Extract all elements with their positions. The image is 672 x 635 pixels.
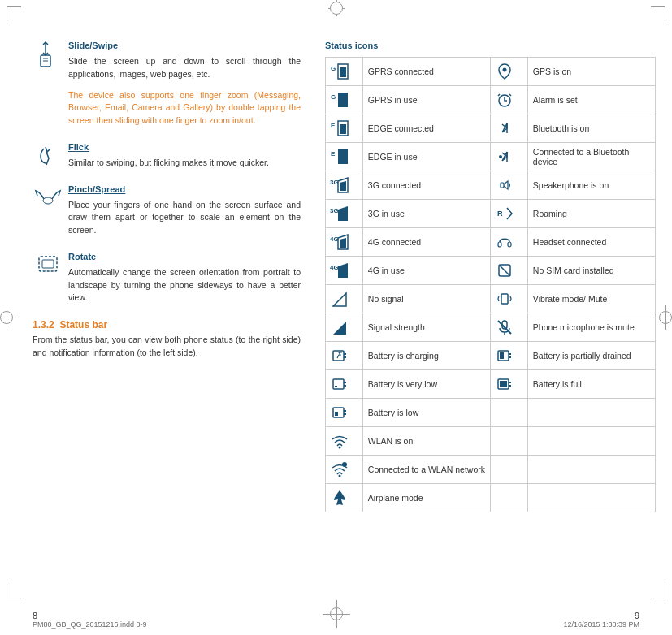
- alarm-set-label: Alarm is set: [527, 86, 655, 114]
- table-row: WLAN is on: [326, 427, 656, 456]
- table-row: Battery is low: [326, 399, 656, 427]
- icon-cell: [490, 228, 527, 257]
- svg-marker-21: [340, 181, 346, 191]
- svg-text:E: E: [331, 150, 336, 158]
- statusbar-section: 1.3.2 Status bar From the status bar, yo…: [33, 319, 301, 360]
- icon-cell: E: [326, 114, 363, 143]
- statusbar-heading: 1.3.2 Status bar: [33, 319, 301, 330]
- no-signal-icon: [328, 287, 351, 310]
- icon-cell: [326, 285, 363, 313]
- edge-in-use-label: EDGE in use: [362, 143, 490, 171]
- table-row: G GPRS connected: [326, 58, 656, 86]
- edge-connected-icon: E: [328, 117, 351, 140]
- svg-rect-5: [42, 260, 54, 268]
- icon-cell: [490, 86, 527, 114]
- icon-cell: E: [326, 143, 363, 171]
- svg-marker-35: [333, 293, 346, 306]
- 4g-connected-label: 4G connected: [362, 228, 490, 257]
- svg-point-9: [502, 68, 506, 72]
- empty-label: [527, 427, 655, 456]
- icon-cell: [326, 399, 363, 427]
- signal-strength-icon: [328, 316, 351, 339]
- battery-charging-icon: [328, 344, 351, 367]
- svg-rect-56: [333, 408, 344, 417]
- table-row: G GPRS in use: [326, 86, 656, 114]
- svg-point-61: [339, 475, 341, 477]
- battery-very-low-label: Battery is very low: [362, 370, 490, 399]
- status-icons-table: G GPRS connected: [325, 57, 656, 512]
- svg-text:G: G: [331, 65, 336, 72]
- slide-swipe-icon: [33, 41, 65, 71]
- battery-full-icon: [493, 373, 516, 395]
- corner-mark-tl: [7, 6, 21, 21]
- pinch-icon: [33, 184, 65, 212]
- icon-cell: 4G: [326, 228, 363, 257]
- rotate-title: Rotate: [68, 252, 301, 261]
- gprs-connected-label: GPRS connected: [362, 58, 490, 86]
- icon-cell: [490, 257, 527, 285]
- headset-connected-icon: [493, 231, 516, 253]
- corner-mark-br: [651, 584, 665, 598]
- table-row: 3G 3G connected: [326, 171, 656, 200]
- pinch-content: Pinch/Spread Place your fingers of one h…: [68, 184, 301, 245]
- pinch-section: Pinch/Spread Place your fingers of one h…: [33, 184, 301, 245]
- svg-marker-17: [338, 149, 348, 164]
- 3g-in-use-label: 3G in use: [362, 200, 490, 228]
- 3g-in-use-icon: 3G: [328, 202, 351, 225]
- bluetooth-connected-icon: [493, 145, 516, 168]
- left-column: Slide/Swipe Slide the screen up and down…: [0, 16, 317, 603]
- statusbar-text: From the status bar, you can view both p…: [33, 334, 301, 360]
- table-row: E EDGE in use: [326, 143, 656, 171]
- left-cross-mark: [0, 311, 13, 324]
- slide-swipe-section: Slide/Swipe Slide the screen up and down…: [33, 41, 301, 136]
- 3g-connected-icon: 3G: [328, 174, 351, 197]
- speakerphone-icon: [493, 174, 516, 197]
- table-row: Battery is very low Battery is full: [326, 370, 656, 399]
- icon-cell: [490, 58, 527, 86]
- svg-rect-57: [335, 412, 338, 416]
- svg-marker-8: [340, 67, 346, 77]
- pinch-title: Pinch/Spread: [68, 184, 301, 194]
- rotate-section: Rotate Automatically change the screen o…: [33, 252, 301, 313]
- svg-text:4G: 4G: [330, 264, 339, 271]
- icon-cell: [490, 313, 527, 342]
- battery-partial-icon: [493, 344, 516, 367]
- headset-connected-label: Headset connected: [527, 228, 655, 257]
- icon-cell: [490, 114, 527, 143]
- no-sim-label: No SIM card installed: [527, 257, 655, 285]
- wlan-on-label: WLAN is on: [362, 427, 490, 456]
- svg-marker-15: [340, 124, 346, 134]
- svg-rect-53: [500, 381, 507, 387]
- icon-cell: 3G: [326, 171, 363, 200]
- slide-swipe-title: Slide/Swipe: [68, 41, 301, 50]
- icon-cell: [490, 427, 527, 456]
- empty-label: [527, 484, 655, 512]
- rotate-icon: [33, 252, 65, 279]
- pinch-text: Place your fingers of one hand on the sc…: [68, 199, 301, 237]
- corner-mark-bl: [7, 584, 21, 598]
- svg-marker-32: [338, 263, 348, 278]
- table-row: Airplane mode: [326, 484, 656, 512]
- top-cross-mark: [328, 0, 345, 16]
- footer-date: 12/16/2015 1:38:39 PM: [563, 620, 639, 629]
- icon-cell: R: [490, 200, 527, 228]
- svg-rect-22: [501, 183, 504, 188]
- svg-rect-29: [498, 242, 501, 247]
- icon-cell: [326, 370, 363, 399]
- status-icons-title: Status icons: [325, 41, 656, 50]
- no-signal-label: No signal: [362, 285, 490, 313]
- right-cross-mark: [659, 311, 672, 324]
- footer-doc-name: PM80_GB_QG_20151216.indd 8-9: [33, 620, 147, 629]
- corner-mark-tr: [651, 6, 665, 21]
- svg-text:R: R: [497, 210, 503, 218]
- rotate-content: Rotate Automatically change the screen o…: [68, 252, 301, 313]
- table-row: E EDGE connected: [326, 114, 656, 143]
- footer-doc: PM80_GB_QG_20151216.indd 8-9 12/16/2015 …: [0, 620, 672, 629]
- wlan-connected-label: Connected to a WLAN network: [362, 456, 490, 484]
- icon-cell: [490, 456, 527, 484]
- edge-connected-label: EDGE connected: [362, 114, 490, 143]
- flick-content: Flick Similar to swiping, but flicking m…: [68, 142, 301, 178]
- vibrate-icon: [493, 287, 516, 310]
- bluetooth-on-label: Bluetooth is on: [527, 114, 655, 143]
- battery-very-low-icon: [328, 373, 351, 395]
